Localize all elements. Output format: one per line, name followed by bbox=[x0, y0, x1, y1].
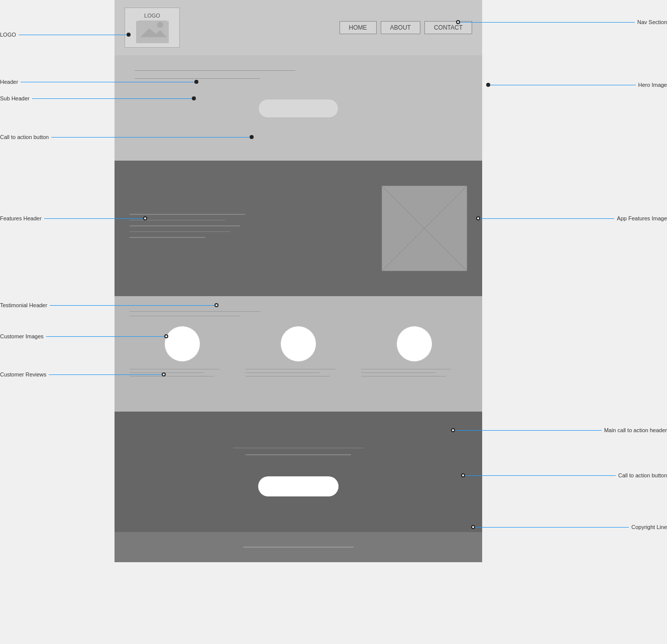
cta-headline-line-1 bbox=[233, 448, 364, 449]
cta-button[interactable] bbox=[258, 99, 339, 118]
review-line-3a bbox=[361, 369, 451, 369]
hero-image-annotation: Hero Image bbox=[486, 82, 667, 88]
features-image bbox=[382, 186, 467, 271]
page-wrapper: LOGO HOME ABOUT CONTACT bbox=[0, 0, 667, 644]
nav-section-line-ann bbox=[460, 22, 635, 23]
app-features-image-annotation: App Features Image bbox=[476, 215, 667, 221]
app-features-image-line-ann bbox=[480, 218, 614, 219]
cta-button-right-label: Call to action button bbox=[618, 472, 667, 478]
hero-image-dot bbox=[486, 83, 490, 87]
testimonial-header-label: Testimonial Header bbox=[0, 302, 47, 308]
subheader-dot bbox=[192, 96, 196, 100]
app-features-image-label: App Features Image bbox=[617, 215, 667, 221]
cta-button-right-annotation: Call to action button bbox=[461, 472, 667, 478]
customer-avatar-3 bbox=[397, 326, 432, 361]
features-section bbox=[115, 161, 482, 296]
cta-dot bbox=[250, 135, 254, 139]
nav-section: LOGO HOME ABOUT CONTACT bbox=[115, 0, 482, 55]
customer-reviews-label: Customer Reviews bbox=[0, 371, 46, 377]
cta-section bbox=[115, 412, 482, 532]
review-line-2b bbox=[246, 372, 319, 373]
testimonial-header-line-2 bbox=[130, 316, 240, 316]
copyright-annotation: Copyright Line bbox=[471, 524, 667, 530]
review-line-1a bbox=[130, 369, 219, 369]
main-cta-header-annotation: Main call to action header bbox=[451, 427, 667, 433]
testimonial-header-line-ann bbox=[50, 305, 214, 306]
customer-images-annotation: Customer Images bbox=[0, 333, 168, 339]
testimonial-header-dot bbox=[214, 303, 218, 307]
header-line bbox=[135, 70, 295, 71]
logo-label: LOGO bbox=[0, 32, 16, 38]
features-header-line-ann bbox=[44, 218, 143, 219]
logo-line bbox=[19, 35, 127, 35]
cta-headline-line-2 bbox=[246, 454, 351, 455]
customer-reviews-annotation: Customer Reviews bbox=[0, 371, 166, 377]
logo-image-placeholder bbox=[136, 21, 169, 43]
logo-dot bbox=[127, 33, 131, 37]
cta-line-ann bbox=[51, 137, 250, 138]
cta-label: Call to action button bbox=[0, 134, 49, 140]
customer-images-label: Customer Images bbox=[0, 333, 44, 339]
testimonial-item-2 bbox=[246, 326, 352, 379]
features-header-dot bbox=[143, 216, 147, 220]
features-line-4 bbox=[130, 231, 230, 232]
customer-avatar-1 bbox=[165, 326, 200, 361]
hero-image-line-ann bbox=[490, 85, 636, 85]
testimonials-section bbox=[115, 296, 482, 412]
nav-buttons: HOME ABOUT CONTACT bbox=[340, 21, 472, 34]
logo-annotation: LOGO bbox=[0, 32, 131, 38]
cta-button-area bbox=[135, 99, 462, 118]
home-button[interactable]: HOME bbox=[340, 21, 377, 34]
customer-avatar-2 bbox=[281, 326, 316, 361]
nav-section-label: Nav Section bbox=[637, 19, 667, 25]
review-line-3b bbox=[361, 372, 435, 373]
review-line-3c bbox=[361, 376, 446, 376]
subheader-annotation: Sub Header bbox=[0, 95, 196, 101]
testimonials-header bbox=[130, 311, 467, 316]
nav-section-annotation: Nav Section bbox=[456, 19, 667, 25]
features-text bbox=[130, 214, 367, 243]
features-line-3 bbox=[130, 225, 240, 226]
main-cta-header-dot bbox=[451, 428, 455, 432]
copyright-line bbox=[243, 547, 354, 548]
nav-section-dot bbox=[456, 20, 460, 24]
cta-button-annotation: Call to action button bbox=[0, 134, 254, 140]
review-line-2a bbox=[246, 369, 336, 369]
main-cta-header-line-ann bbox=[455, 430, 602, 431]
copyright-label: Copyright Line bbox=[631, 524, 667, 530]
header-dot bbox=[194, 80, 198, 84]
logo-text: LOGO bbox=[144, 13, 160, 19]
review-lines-3 bbox=[361, 369, 467, 379]
testimonial-header-annotation: Testimonial Header bbox=[0, 302, 218, 308]
copyright-line-ann bbox=[475, 527, 629, 528]
review-line-2c bbox=[246, 376, 330, 376]
hero-section bbox=[115, 55, 482, 161]
header-label: Header bbox=[0, 79, 18, 85]
copyright-dot bbox=[471, 525, 475, 529]
features-header-label: Features Header bbox=[0, 215, 42, 221]
customer-reviews-dot bbox=[162, 372, 166, 376]
main-cta-header-label: Main call to action header bbox=[604, 427, 667, 433]
logo-box: LOGO bbox=[125, 8, 180, 48]
features-line-5 bbox=[130, 237, 205, 238]
testimonials-grid bbox=[130, 326, 467, 379]
features-line-1 bbox=[130, 214, 245, 215]
header-annotation: Header bbox=[0, 79, 198, 85]
cta-section-button[interactable] bbox=[258, 476, 339, 496]
about-button[interactable]: ABOUT bbox=[381, 21, 420, 34]
subheader-line-ann bbox=[32, 98, 192, 99]
cta-button-right-dot bbox=[461, 473, 465, 477]
subheader-label: Sub Header bbox=[0, 95, 30, 101]
app-features-image-dot bbox=[476, 216, 480, 220]
testimonial-item-3 bbox=[361, 326, 467, 379]
hero-image-label: Hero Image bbox=[638, 82, 667, 88]
testimonial-header-line-1 bbox=[130, 311, 260, 312]
customer-images-line-ann bbox=[46, 336, 164, 337]
cta-button-right-line-ann bbox=[465, 475, 616, 476]
footer-section bbox=[115, 532, 482, 562]
customer-reviews-line-ann bbox=[49, 374, 162, 375]
features-header-annotation: Features Header bbox=[0, 215, 147, 221]
header-line-ann bbox=[21, 82, 194, 82]
review-lines-2 bbox=[246, 369, 352, 379]
svg-point-1 bbox=[157, 22, 163, 28]
